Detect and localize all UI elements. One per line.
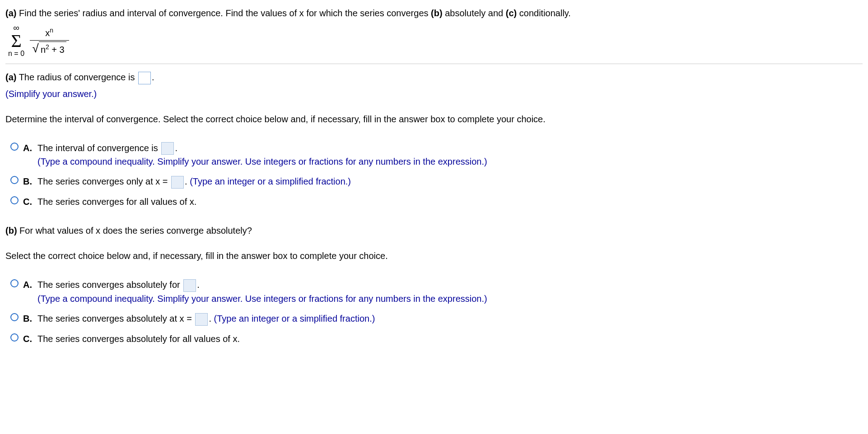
fraction: xn √ n2 + 3 (30, 26, 69, 55)
radius-text-after: . (152, 72, 154, 82)
intro-text-2: absolutely and (443, 8, 506, 18)
part-a-choice-a-hint: (Type a compound inequality. Simplify yo… (37, 155, 863, 168)
part-b-label: (b) (5, 226, 17, 235)
part-b-choice-b-text-before: The series converges absolutely at x = (37, 314, 194, 323)
part-b-choice-b-letter: B. (23, 312, 33, 325)
radius-input[interactable] (138, 72, 151, 84)
part-a-choice-b-text-before: The series converges only at x = (37, 176, 170, 186)
part-b-radio-b[interactable] (10, 313, 19, 321)
numerator-exponent: n (50, 27, 53, 34)
part-a-choice-a-letter: A. (23, 141, 33, 155)
part-b-choice-a-text-after: . (197, 280, 200, 290)
part-a-radio-b[interactable] (10, 176, 19, 184)
intro-part-a-label: (a) (5, 8, 16, 18)
radicand-plus: + 3 (49, 45, 65, 55)
part-a-choice-b-letter: B. (23, 175, 33, 188)
sigma-symbol: ∞ Σ n = 0 (8, 23, 24, 57)
part-a-choice-a-text-before: The interval of convergence is (37, 143, 160, 153)
part-b-choice-c-row: C. The series converges absolutely for a… (5, 332, 863, 346)
divider (5, 64, 863, 64)
intro-part-c-label: (c) (506, 8, 517, 18)
part-b-choice-a-text-before: The series converges absolutely for (37, 280, 182, 290)
sigma-glyph: Σ (11, 32, 21, 50)
intro-part-b-label: (b) (431, 8, 443, 18)
part-a-choice-c-text: The series converges for all values of x… (37, 197, 196, 207)
part-a-choice-b-input[interactable] (171, 176, 184, 189)
part-a-choice-c-row: C. The series converges for all values o… (5, 195, 863, 208)
series-formula: ∞ Σ n = 0 xn √ n2 + 3 (8, 23, 863, 57)
part-b-choice-c-text: The series converges absolutely for all … (37, 334, 240, 344)
intro-text-3: conditionally. (517, 8, 571, 18)
fraction-numerator: xn (42, 26, 56, 41)
radicand-exponent: 2 (46, 43, 49, 51)
interval-prompt: Determine the interval of convergence. S… (5, 112, 863, 126)
radius-text-before: The radius of convergence is (16, 72, 137, 82)
part-a-radio-a[interactable] (10, 143, 19, 151)
question-intro: (a) Find the series' radius and interval… (5, 6, 863, 20)
part-b-radio-a[interactable] (10, 279, 19, 287)
part-b-choice-b-hint: (Type an integer or a simplified fractio… (214, 314, 375, 323)
part-a-choice-b-hint: (Type an integer or a simplified fractio… (190, 176, 351, 186)
part-a-choice-a-text-after: . (175, 143, 177, 153)
sigma-lower-limit: n = 0 (8, 50, 24, 57)
part-b-choice-a-letter: A. (23, 278, 33, 291)
part-b-choice-b-row: B. The series converges absolutely at x … (5, 312, 863, 326)
part-b-prompt: For what values of x does the series con… (17, 226, 252, 235)
part-b-select-prompt: Select the correct choice below and, if … (5, 249, 863, 263)
part-b-choice-b-text-after: . (209, 314, 214, 323)
square-root: √ n2 + 3 (33, 42, 66, 55)
part-a-radio-c[interactable] (10, 196, 19, 204)
part-b-choice-a-input[interactable] (183, 279, 196, 292)
part-b-radio-c[interactable] (10, 333, 19, 342)
part-b-choice-b-input[interactable] (195, 313, 208, 326)
part-a-choice-b-text-after: . (185, 176, 190, 186)
part-b-choice-c-letter: C. (23, 332, 33, 346)
radicand-base: n (41, 45, 46, 55)
part-a-choice-c-letter: C. (23, 195, 33, 208)
part-a-choice-a-row: A. The interval of convergence is . (Typ… (5, 141, 863, 169)
part-b-prompt-line: (b) For what values of x does the series… (5, 224, 863, 237)
part-a-choice-b-row: B. The series converges only at x = . (T… (5, 175, 863, 189)
simplify-hint: (Simplify your answer.) (5, 87, 863, 101)
sqrt-radicand: n2 + 3 (39, 42, 66, 55)
fraction-denominator: √ n2 + 3 (30, 40, 69, 55)
part-b-choice-a-row: A. The series converges absolutely for .… (5, 278, 863, 305)
part-b-choice-a-hint: (Type a compound inequality. Simplify yo… (37, 292, 863, 305)
sqrt-sign: √ (33, 42, 39, 55)
numerator-base: x (45, 28, 50, 37)
part-a-label: (a) (5, 72, 16, 82)
part-a-radius-line: (a) The radius of convergence is . (5, 70, 863, 84)
part-a-choice-a-input[interactable] (161, 142, 174, 155)
intro-text-1: Find the series' radius and interval of … (16, 8, 431, 18)
